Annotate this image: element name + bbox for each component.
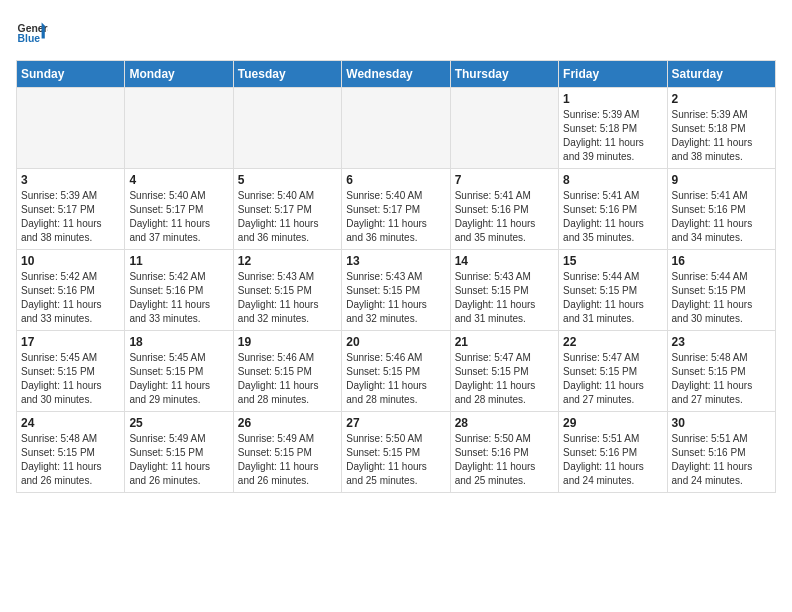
day-number: 29 <box>563 416 662 430</box>
calendar-cell: 2Sunrise: 5:39 AMSunset: 5:18 PMDaylight… <box>667 88 775 169</box>
day-info: Sunrise: 5:50 AMSunset: 5:16 PMDaylight:… <box>455 432 554 488</box>
day-number: 14 <box>455 254 554 268</box>
calendar-cell: 9Sunrise: 5:41 AMSunset: 5:16 PMDaylight… <box>667 169 775 250</box>
calendar-col-header: Wednesday <box>342 61 450 88</box>
calendar-cell: 12Sunrise: 5:43 AMSunset: 5:15 PMDayligh… <box>233 250 341 331</box>
calendar-col-header: Saturday <box>667 61 775 88</box>
day-info: Sunrise: 5:46 AMSunset: 5:15 PMDaylight:… <box>238 351 337 407</box>
day-number: 2 <box>672 92 771 106</box>
day-info: Sunrise: 5:40 AMSunset: 5:17 PMDaylight:… <box>346 189 445 245</box>
calendar-week-row: 3Sunrise: 5:39 AMSunset: 5:17 PMDaylight… <box>17 169 776 250</box>
day-info: Sunrise: 5:44 AMSunset: 5:15 PMDaylight:… <box>563 270 662 326</box>
day-info: Sunrise: 5:51 AMSunset: 5:16 PMDaylight:… <box>672 432 771 488</box>
day-number: 16 <box>672 254 771 268</box>
day-info: Sunrise: 5:48 AMSunset: 5:15 PMDaylight:… <box>672 351 771 407</box>
calendar-week-row: 10Sunrise: 5:42 AMSunset: 5:16 PMDayligh… <box>17 250 776 331</box>
day-info: Sunrise: 5:45 AMSunset: 5:15 PMDaylight:… <box>21 351 120 407</box>
day-info: Sunrise: 5:44 AMSunset: 5:15 PMDaylight:… <box>672 270 771 326</box>
day-info: Sunrise: 5:40 AMSunset: 5:17 PMDaylight:… <box>129 189 228 245</box>
calendar-col-header: Sunday <box>17 61 125 88</box>
calendar-cell <box>17 88 125 169</box>
calendar-cell: 6Sunrise: 5:40 AMSunset: 5:17 PMDaylight… <box>342 169 450 250</box>
calendar-cell: 14Sunrise: 5:43 AMSunset: 5:15 PMDayligh… <box>450 250 558 331</box>
day-number: 13 <box>346 254 445 268</box>
calendar-cell: 1Sunrise: 5:39 AMSunset: 5:18 PMDaylight… <box>559 88 667 169</box>
day-info: Sunrise: 5:42 AMSunset: 5:16 PMDaylight:… <box>129 270 228 326</box>
day-info: Sunrise: 5:49 AMSunset: 5:15 PMDaylight:… <box>129 432 228 488</box>
day-number: 19 <box>238 335 337 349</box>
day-number: 5 <box>238 173 337 187</box>
day-info: Sunrise: 5:47 AMSunset: 5:15 PMDaylight:… <box>563 351 662 407</box>
calendar-header-row: SundayMondayTuesdayWednesdayThursdayFrid… <box>17 61 776 88</box>
day-number: 3 <box>21 173 120 187</box>
day-info: Sunrise: 5:50 AMSunset: 5:15 PMDaylight:… <box>346 432 445 488</box>
calendar-col-header: Tuesday <box>233 61 341 88</box>
calendar-cell: 15Sunrise: 5:44 AMSunset: 5:15 PMDayligh… <box>559 250 667 331</box>
day-number: 10 <box>21 254 120 268</box>
calendar-cell <box>125 88 233 169</box>
calendar-week-row: 17Sunrise: 5:45 AMSunset: 5:15 PMDayligh… <box>17 331 776 412</box>
calendar-cell: 3Sunrise: 5:39 AMSunset: 5:17 PMDaylight… <box>17 169 125 250</box>
calendar-week-row: 24Sunrise: 5:48 AMSunset: 5:15 PMDayligh… <box>17 412 776 493</box>
day-info: Sunrise: 5:49 AMSunset: 5:15 PMDaylight:… <box>238 432 337 488</box>
day-info: Sunrise: 5:41 AMSunset: 5:16 PMDaylight:… <box>455 189 554 245</box>
day-number: 26 <box>238 416 337 430</box>
day-info: Sunrise: 5:41 AMSunset: 5:16 PMDaylight:… <box>563 189 662 245</box>
calendar-cell: 27Sunrise: 5:50 AMSunset: 5:15 PMDayligh… <box>342 412 450 493</box>
calendar-cell: 7Sunrise: 5:41 AMSunset: 5:16 PMDaylight… <box>450 169 558 250</box>
day-info: Sunrise: 5:46 AMSunset: 5:15 PMDaylight:… <box>346 351 445 407</box>
calendar-cell: 30Sunrise: 5:51 AMSunset: 5:16 PMDayligh… <box>667 412 775 493</box>
day-info: Sunrise: 5:47 AMSunset: 5:15 PMDaylight:… <box>455 351 554 407</box>
calendar-cell: 26Sunrise: 5:49 AMSunset: 5:15 PMDayligh… <box>233 412 341 493</box>
day-info: Sunrise: 5:42 AMSunset: 5:16 PMDaylight:… <box>21 270 120 326</box>
calendar-table: SundayMondayTuesdayWednesdayThursdayFrid… <box>16 60 776 493</box>
logo-icon: General Blue <box>16 16 48 48</box>
calendar-col-header: Thursday <box>450 61 558 88</box>
day-number: 6 <box>346 173 445 187</box>
day-info: Sunrise: 5:39 AMSunset: 5:18 PMDaylight:… <box>672 108 771 164</box>
page-header: General Blue <box>16 16 776 48</box>
calendar-cell: 16Sunrise: 5:44 AMSunset: 5:15 PMDayligh… <box>667 250 775 331</box>
day-number: 15 <box>563 254 662 268</box>
calendar-cell <box>233 88 341 169</box>
calendar-cell <box>342 88 450 169</box>
day-info: Sunrise: 5:43 AMSunset: 5:15 PMDaylight:… <box>455 270 554 326</box>
calendar-cell <box>450 88 558 169</box>
calendar-col-header: Monday <box>125 61 233 88</box>
svg-text:Blue: Blue <box>18 33 41 44</box>
day-number: 27 <box>346 416 445 430</box>
day-number: 28 <box>455 416 554 430</box>
calendar-cell: 18Sunrise: 5:45 AMSunset: 5:15 PMDayligh… <box>125 331 233 412</box>
day-info: Sunrise: 5:48 AMSunset: 5:15 PMDaylight:… <box>21 432 120 488</box>
day-number: 17 <box>21 335 120 349</box>
calendar-cell: 28Sunrise: 5:50 AMSunset: 5:16 PMDayligh… <box>450 412 558 493</box>
calendar-cell: 22Sunrise: 5:47 AMSunset: 5:15 PMDayligh… <box>559 331 667 412</box>
calendar-cell: 4Sunrise: 5:40 AMSunset: 5:17 PMDaylight… <box>125 169 233 250</box>
day-number: 23 <box>672 335 771 349</box>
day-info: Sunrise: 5:39 AMSunset: 5:18 PMDaylight:… <box>563 108 662 164</box>
calendar-cell: 19Sunrise: 5:46 AMSunset: 5:15 PMDayligh… <box>233 331 341 412</box>
calendar-col-header: Friday <box>559 61 667 88</box>
calendar-cell: 11Sunrise: 5:42 AMSunset: 5:16 PMDayligh… <box>125 250 233 331</box>
calendar-cell: 23Sunrise: 5:48 AMSunset: 5:15 PMDayligh… <box>667 331 775 412</box>
calendar-cell: 21Sunrise: 5:47 AMSunset: 5:15 PMDayligh… <box>450 331 558 412</box>
calendar-cell: 10Sunrise: 5:42 AMSunset: 5:16 PMDayligh… <box>17 250 125 331</box>
day-info: Sunrise: 5:45 AMSunset: 5:15 PMDaylight:… <box>129 351 228 407</box>
calendar-cell: 29Sunrise: 5:51 AMSunset: 5:16 PMDayligh… <box>559 412 667 493</box>
day-info: Sunrise: 5:43 AMSunset: 5:15 PMDaylight:… <box>238 270 337 326</box>
day-info: Sunrise: 5:43 AMSunset: 5:15 PMDaylight:… <box>346 270 445 326</box>
calendar-cell: 25Sunrise: 5:49 AMSunset: 5:15 PMDayligh… <box>125 412 233 493</box>
calendar-cell: 20Sunrise: 5:46 AMSunset: 5:15 PMDayligh… <box>342 331 450 412</box>
day-number: 20 <box>346 335 445 349</box>
day-number: 21 <box>455 335 554 349</box>
day-number: 7 <box>455 173 554 187</box>
day-info: Sunrise: 5:39 AMSunset: 5:17 PMDaylight:… <box>21 189 120 245</box>
day-number: 4 <box>129 173 228 187</box>
day-info: Sunrise: 5:40 AMSunset: 5:17 PMDaylight:… <box>238 189 337 245</box>
calendar-cell: 13Sunrise: 5:43 AMSunset: 5:15 PMDayligh… <box>342 250 450 331</box>
day-number: 9 <box>672 173 771 187</box>
calendar-cell: 17Sunrise: 5:45 AMSunset: 5:15 PMDayligh… <box>17 331 125 412</box>
day-number: 25 <box>129 416 228 430</box>
day-number: 18 <box>129 335 228 349</box>
day-number: 8 <box>563 173 662 187</box>
